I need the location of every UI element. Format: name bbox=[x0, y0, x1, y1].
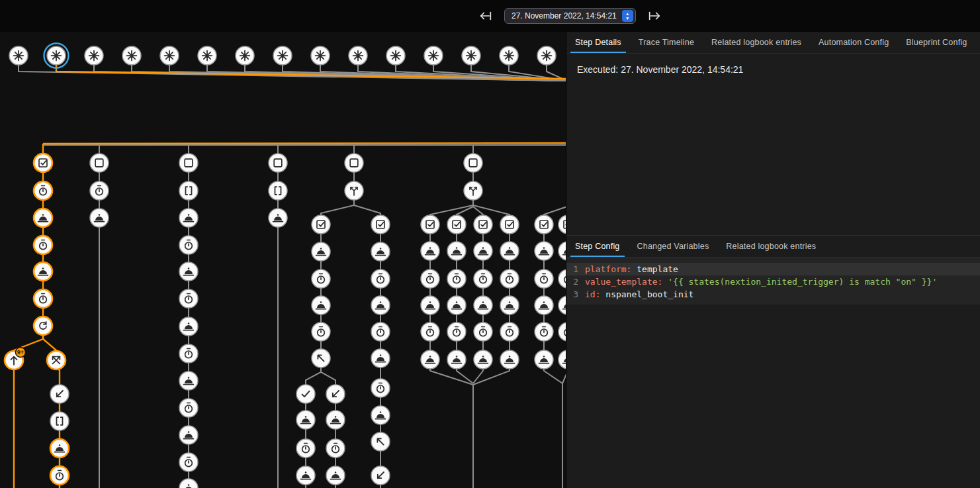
trace-node-arrow-down-left[interactable] bbox=[326, 385, 345, 403]
trace-node-condition[interactable] bbox=[421, 215, 439, 234]
trace-node-condition[interactable] bbox=[34, 154, 52, 172]
trace-node-service[interactable] bbox=[474, 242, 492, 260]
trace-node-trigger[interactable] bbox=[424, 46, 443, 65]
trace-node-service[interactable] bbox=[535, 242, 553, 260]
trace-node-trigger[interactable] bbox=[500, 46, 518, 65]
trace-node-service[interactable] bbox=[371, 242, 390, 261]
trace-node-service[interactable] bbox=[421, 350, 439, 369]
trace-node-service[interactable] bbox=[447, 242, 466, 260]
trace-node-timer[interactable] bbox=[179, 236, 198, 254]
trace-node-trigger[interactable] bbox=[85, 46, 103, 65]
trace-node-service[interactable] bbox=[371, 296, 390, 315]
trace-node-timer[interactable] bbox=[535, 322, 553, 341]
trace-node-timer[interactable] bbox=[500, 322, 519, 341]
trace-node-service[interactable] bbox=[179, 479, 198, 488]
trace-node-service[interactable] bbox=[500, 296, 519, 315]
trace-node-trigger[interactable] bbox=[9, 46, 28, 65]
trace-node-timer[interactable] bbox=[500, 269, 519, 288]
trace-node-timer[interactable] bbox=[179, 399, 198, 417]
trace-node-square[interactable] bbox=[179, 154, 198, 172]
trace-node-square[interactable] bbox=[269, 154, 287, 172]
trace-node-trigger[interactable] bbox=[44, 44, 69, 68]
trace-node-service[interactable] bbox=[179, 209, 198, 227]
trace-node-arrow-up[interactable]: 9+ bbox=[5, 348, 26, 370]
trace-node-trigger[interactable] bbox=[349, 46, 367, 65]
trace-node-service[interactable] bbox=[371, 349, 390, 367]
trace-node-trigger[interactable] bbox=[160, 46, 179, 65]
trace-node-timer[interactable] bbox=[34, 181, 52, 200]
trace-node-service[interactable] bbox=[421, 242, 439, 260]
trace-node-timer[interactable] bbox=[474, 322, 492, 341]
trace-node-square[interactable] bbox=[464, 154, 482, 172]
trace-node-service[interactable] bbox=[474, 296, 492, 315]
trace-node-service[interactable] bbox=[326, 411, 345, 429]
trace-node-service[interactable] bbox=[558, 242, 566, 260]
trace-node-timer[interactable] bbox=[447, 269, 466, 288]
trace-node-condition[interactable] bbox=[474, 215, 492, 234]
yaml-code-editor[interactable]: 1platform: template 2value_template: '{{… bbox=[566, 258, 980, 305]
trace-node-square[interactable] bbox=[345, 154, 363, 172]
tab-automation-config[interactable]: Automation Config bbox=[810, 32, 897, 53]
tab-step-details[interactable]: Step Details bbox=[566, 32, 630, 53]
tab-step-config[interactable]: Step Config bbox=[566, 236, 629, 257]
trace-node-timer[interactable] bbox=[371, 269, 390, 288]
trace-node-service[interactable] bbox=[371, 406, 390, 424]
trace-node-service[interactable] bbox=[421, 296, 439, 315]
tab-related-logbook-entries[interactable]: Related logbook entries bbox=[703, 32, 810, 53]
trace-node-trigger[interactable] bbox=[273, 46, 292, 65]
trace-node-service[interactable] bbox=[312, 296, 330, 315]
trace-node-service[interactable] bbox=[326, 466, 345, 485]
trace-node-service[interactable] bbox=[179, 262, 198, 281]
trace-run-selector[interactable]: 27. November 2022, 14:54:21 ▲ ▼ bbox=[504, 8, 636, 24]
trace-node-timer[interactable] bbox=[371, 322, 390, 341]
trace-node-brackets[interactable] bbox=[50, 412, 69, 430]
trace-node-trigger[interactable] bbox=[386, 46, 405, 65]
trace-node-timer[interactable] bbox=[326, 439, 345, 458]
trace-node-service[interactable] bbox=[50, 439, 69, 458]
trace-node-service[interactable] bbox=[90, 209, 109, 227]
trace-node-service[interactable] bbox=[447, 350, 466, 369]
trace-node-trigger[interactable] bbox=[122, 46, 141, 65]
trace-node-timer[interactable] bbox=[421, 322, 439, 341]
trace-node-timer[interactable] bbox=[50, 466, 69, 485]
trace-node-repeat[interactable] bbox=[34, 317, 52, 335]
trace-node-service[interactable] bbox=[34, 209, 52, 227]
trace-node-service[interactable] bbox=[179, 426, 198, 444]
trace-node-service[interactable] bbox=[500, 350, 519, 369]
trace-node-timer[interactable] bbox=[421, 269, 439, 288]
trace-node-service[interactable] bbox=[500, 242, 519, 260]
trace-node-brackets[interactable] bbox=[179, 181, 198, 200]
trace-node-timer[interactable] bbox=[90, 181, 109, 200]
trace-node-timer[interactable] bbox=[34, 236, 52, 254]
tab-config-related-logbook-entries[interactable]: Related logbook entries bbox=[717, 236, 824, 257]
trace-node-timer[interactable] bbox=[371, 379, 390, 397]
trace-node-service[interactable] bbox=[312, 242, 330, 261]
trace-node-service[interactable] bbox=[535, 296, 553, 315]
trace-node-check[interactable] bbox=[296, 385, 315, 403]
trace-node-timer[interactable] bbox=[535, 269, 553, 288]
trace-node-timer[interactable] bbox=[179, 344, 198, 363]
trace-node-service[interactable] bbox=[558, 350, 566, 369]
trace-node-timer[interactable] bbox=[34, 289, 52, 308]
trace-node-trigger[interactable] bbox=[311, 46, 330, 65]
trace-node-service[interactable] bbox=[296, 466, 315, 485]
trace-node-service[interactable] bbox=[269, 209, 287, 227]
trace-node-service[interactable] bbox=[558, 296, 566, 315]
trace-node-timer[interactable] bbox=[312, 269, 330, 288]
trace-node-parallel[interactable] bbox=[47, 351, 66, 369]
tab-changed-variables[interactable]: Changed Variables bbox=[629, 236, 718, 257]
trace-node-service[interactable] bbox=[179, 371, 198, 390]
trace-node-timer[interactable] bbox=[312, 322, 330, 341]
trace-node-trigger[interactable] bbox=[537, 46, 556, 65]
next-trace-button[interactable] bbox=[646, 8, 662, 24]
trace-node-condition[interactable] bbox=[535, 215, 553, 234]
trace-node-condition[interactable] bbox=[558, 215, 566, 234]
trace-node-service[interactable] bbox=[474, 350, 492, 369]
trace-node-trigger[interactable] bbox=[236, 46, 254, 65]
automation-trace-graph[interactable]: 9+ bbox=[0, 32, 566, 488]
previous-trace-button[interactable] bbox=[478, 8, 494, 24]
trace-node-service[interactable] bbox=[179, 317, 198, 336]
trace-node-timer[interactable] bbox=[179, 453, 198, 471]
trace-node-timer[interactable] bbox=[558, 269, 566, 288]
trace-node-condition[interactable] bbox=[500, 215, 519, 234]
